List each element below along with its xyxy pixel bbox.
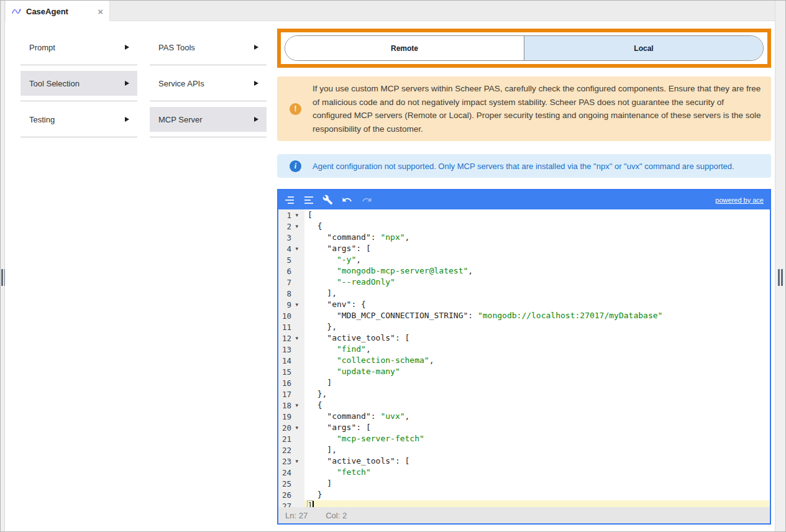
fold-toggle-icon[interactable]: ▾ [291,424,298,431]
tab-title: CaseAgent [26,7,68,16]
gutter-line-27: 27 [278,500,304,507]
code-token: { [308,400,322,410]
info-text: Agent configuration not supported. Only … [313,162,734,171]
gutter-line-24: 24 [278,467,304,478]
menu-item-mcp-server[interactable]: MCP Server [150,107,267,132]
code-line-15[interactable]: "update-many" [308,366,770,377]
code-token: : [ [395,456,409,466]
fold-toggle-icon[interactable]: ▾ [291,335,298,341]
code-line-2[interactable]: { [308,221,770,232]
code-token: ], [308,288,337,298]
gutter-line-17: 17 [278,388,304,400]
code-line-9[interactable]: "env": { [308,299,770,310]
code-line-27[interactable]: ] [304,500,770,507]
gutter-line-21: 21 [278,433,304,444]
code-token: : { [351,300,365,309]
code-token [308,277,337,287]
gutter-line-8: 8 [278,288,304,299]
line-number: 1 [286,211,291,220]
code-line-26[interactable]: } [308,489,770,500]
code-line-1[interactable]: [ [308,209,770,221]
code-line-3[interactable]: "command": "npx", [308,232,770,243]
chevron-right-icon [254,81,258,86]
code-token [308,311,337,320]
toggle-option-local[interactable]: Local [524,36,763,60]
code-token [308,232,327,242]
editor-gutter: 1▾2▾34▾56789▾101112▾131415161718▾1920▾21… [278,209,304,507]
code-token: , [356,255,361,264]
gutter-line-1: 1▾ [278,209,304,221]
code-line-21[interactable]: "mcp-server-fetch" [308,433,770,444]
fold-toggle-icon[interactable]: ▾ [291,301,298,308]
gutter-line-16: 16 [278,377,304,388]
line-number: 3 [286,233,291,242]
code-line-12[interactable]: "active_tools": [ [308,332,770,344]
tab-caseagent[interactable]: CaseAgent × [6,1,110,22]
code-line-13[interactable]: "find", [308,344,770,355]
code-token [308,355,337,365]
toggle-option-remote[interactable]: Remote [285,36,524,60]
code-line-22[interactable]: ], [308,444,770,456]
splitter-grip-icon[interactable] [778,269,783,286]
tab-bar: CaseAgent × [5,1,775,21]
code-line-25[interactable]: ] [308,478,770,489]
code-token: "uvx" [380,411,404,421]
code-line-10[interactable]: "MDB_MCP_CONNECTION_STRING": "mongodb://… [308,310,770,321]
fold-toggle-icon[interactable]: ▾ [291,245,298,252]
menu-item-tool-selection[interactable]: Tool Selection [21,71,137,96]
code-line-16[interactable]: ] [308,377,770,388]
line-number: 12 [282,334,291,343]
line-number: 6 [286,267,291,276]
code-token: "collection-schema" [337,355,429,365]
undo-icon[interactable] [341,195,353,205]
wrench-icon[interactable] [322,195,333,205]
menu-item-prompt[interactable]: Prompt [21,35,137,60]
gutter-line-5: 5 [278,254,304,265]
right-panel-splitter[interactable] [775,1,785,531]
menu-item-service-apis[interactable]: Service APIs [150,71,267,96]
code-line-6[interactable]: "mongodb-mcp-server@latest", [308,265,770,277]
redo-icon[interactable] [361,195,373,205]
code-token [308,434,337,443]
code-line-11[interactable]: }, [308,321,770,332]
info-banner: i Agent configuration not supported. Onl… [277,154,771,178]
left-panel-splitter[interactable] [1,1,5,531]
gutter-line-7: 7 [278,277,304,288]
line-number: 5 [286,255,291,265]
format-indent-icon[interactable] [284,195,295,205]
fold-toggle-icon[interactable]: ▾ [291,458,298,464]
code-line-14[interactable]: "collection-schema", [308,355,770,366]
code-line-8[interactable]: ], [308,288,770,299]
code-token: }, [308,322,337,331]
line-number: 21 [282,434,291,444]
gutter-line-25: 25 [278,478,304,489]
code-token: }, [308,389,327,398]
chevron-right-icon [254,45,258,50]
editor-code-area[interactable]: [ { "command": "npx", "args": [ "-y", "m… [304,209,770,507]
server-location-toggle-highlight: RemoteLocal [277,29,771,68]
close-tab-icon[interactable]: × [98,7,103,16]
security-warning-banner: ! If you use custom MCP servers within S… [277,76,771,141]
code-line-23[interactable]: "active_tools": [ [308,456,770,467]
code-line-17[interactable]: }, [308,388,770,400]
code-token: "active_tools" [327,456,395,466]
menu-divider [150,65,267,65]
menu-divider [150,137,267,137]
code-token: : [ [356,423,370,432]
fold-toggle-icon[interactable]: ▾ [291,402,298,408]
line-number: 8 [286,289,291,298]
align-left-icon[interactable] [303,195,314,205]
code-line-7[interactable]: "--readOnly" [308,277,770,288]
code-line-4[interactable]: "args": [ [308,243,770,254]
fold-toggle-icon[interactable]: ▾ [291,212,298,218]
fold-toggle-icon[interactable]: ▾ [291,223,298,229]
powered-by-ace-link[interactable]: powered by ace [715,196,764,204]
code-line-5[interactable]: "-y", [308,254,770,265]
menu-item-pas-tools[interactable]: PAS Tools [150,35,267,60]
code-line-24[interactable]: "fetch" [308,467,770,478]
menu-item-testing[interactable]: Testing [21,107,137,132]
code-token: { [308,221,322,231]
code-line-18[interactable]: { [308,400,770,411]
code-line-19[interactable]: "command": "uvx", [308,411,770,422]
code-line-20[interactable]: "args": [ [308,422,770,433]
